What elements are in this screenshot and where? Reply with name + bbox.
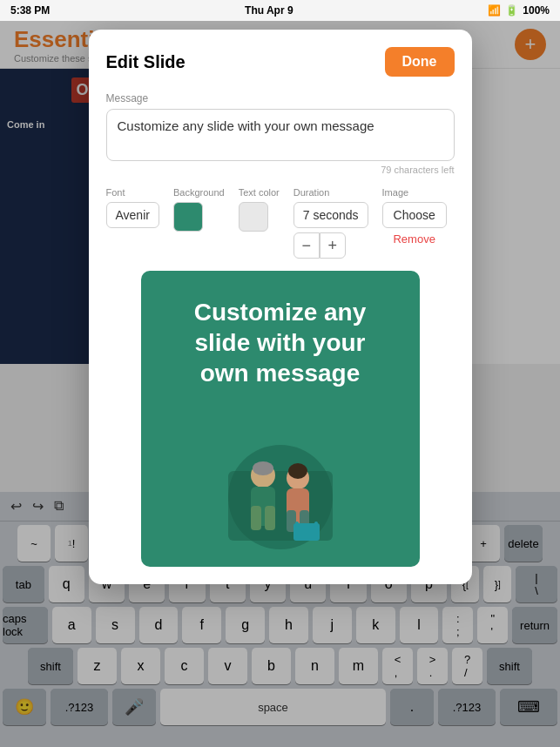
background-color-swatch[interactable] <box>173 202 203 232</box>
preview-message: Customize anyslide with yourown message <box>194 297 367 388</box>
message-input-wrap[interactable] <box>106 109 455 161</box>
image-label: Image <box>382 187 447 198</box>
modal-overlay: Edit Slide Done Message 79 characters le… <box>0 21 560 747</box>
message-label: Message <box>106 92 455 104</box>
remove-image-button[interactable]: Remove <box>382 232 447 246</box>
char-count: 79 characters left <box>106 165 455 175</box>
duration-increase[interactable]: + <box>320 232 346 259</box>
text-color-group: Text color <box>239 187 280 232</box>
background-group: Background <box>173 187 225 232</box>
duration-value: 7 seconds <box>293 202 368 228</box>
battery-icon: 🔋 <box>505 4 518 17</box>
battery-pct: 100% <box>523 4 550 17</box>
edit-slide-modal: Edit Slide Done Message 79 characters le… <box>89 30 472 584</box>
wifi-icon: 📶 <box>488 4 501 17</box>
duration-group: Duration 7 seconds − + <box>293 187 368 259</box>
controls-row: Font Avenir Background Text color Durati… <box>106 187 455 259</box>
font-select[interactable]: Avenir <box>106 202 159 228</box>
status-bar: 5:38 PM Thu Apr 9 📶 🔋 100% <box>0 0 560 21</box>
svg-rect-4 <box>251 506 261 530</box>
slide-preview: Customize anyslide with yourown message <box>141 271 420 567</box>
font-label: Font <box>106 187 159 198</box>
svg-point-13 <box>253 461 273 475</box>
status-time: 5:38 PM <box>10 4 50 17</box>
svg-rect-12 <box>314 522 318 527</box>
text-color-swatch[interactable] <box>239 202 268 232</box>
image-group: Image Choose Remove <box>382 187 447 246</box>
svg-point-14 <box>288 463 307 479</box>
background-label: Background <box>173 187 225 198</box>
modal-header: Edit Slide Done <box>106 47 455 77</box>
duration-decrease[interactable]: − <box>293 232 320 259</box>
svg-rect-5 <box>265 506 275 530</box>
message-input[interactable] <box>118 118 443 148</box>
status-icons: 📶 🔋 100% <box>488 4 550 17</box>
choose-image-button[interactable]: Choose <box>382 202 447 228</box>
svg-rect-11 <box>295 522 299 527</box>
duration-label: Duration <box>293 187 368 198</box>
modal-title: Edit Slide <box>106 52 186 72</box>
status-date: Thu Apr 9 <box>245 4 293 17</box>
font-group: Font Avenir <box>106 187 159 228</box>
illustration <box>202 427 359 558</box>
done-button[interactable]: Done <box>385 47 455 77</box>
text-color-label: Text color <box>239 187 280 198</box>
duration-buttons: − + <box>293 232 368 259</box>
